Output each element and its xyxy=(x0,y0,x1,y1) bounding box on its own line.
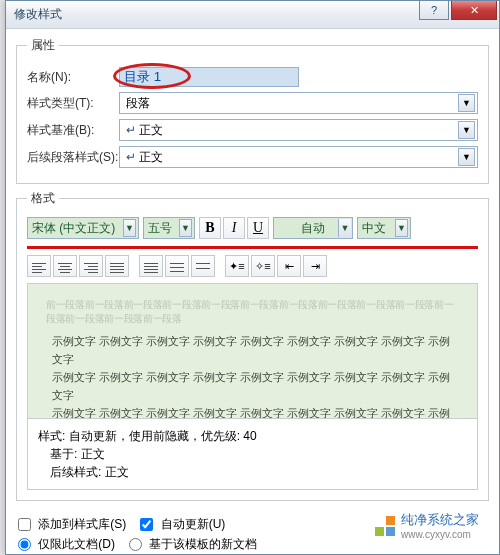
align-center-button[interactable] xyxy=(53,255,77,277)
line-spacing-2-button[interactable] xyxy=(191,255,215,277)
bold-button[interactable]: B xyxy=(199,217,221,239)
font-name-value: 宋体 (中文正文) xyxy=(32,220,115,237)
indent-inc-button[interactable]: ⇥ xyxy=(303,255,327,277)
style-type-dropdown[interactable]: 段落 ▼ xyxy=(119,92,478,114)
align-left-button[interactable] xyxy=(27,255,51,277)
font-color-value: 自动 xyxy=(301,220,325,237)
summary-line-1: 样式: 自动更新，使用前隐藏，优先级: 40 xyxy=(38,427,467,445)
spacing-med-icon xyxy=(170,261,184,271)
based-on-template-radio[interactable]: 基于该模板的新文档 xyxy=(129,536,257,553)
follow-style-value: 正文 xyxy=(139,150,163,164)
style-type-value: 段落 xyxy=(126,95,150,112)
name-label: 名称(N): xyxy=(27,69,119,86)
follow-label: 后续段落样式(S): xyxy=(27,149,119,166)
space-before-inc-button[interactable]: ✦≡ xyxy=(225,255,249,277)
align-right-button[interactable] xyxy=(79,255,103,277)
auto-update-checkbox[interactable]: 自动更新(U) xyxy=(140,516,225,533)
auto-update-input[interactable] xyxy=(140,518,153,531)
style-base-dropdown[interactable]: ↵ 正文 ▼ xyxy=(119,119,478,141)
font-color-dropdown[interactable]: 自动 ▼ xyxy=(273,217,353,239)
type-label: 样式类型(T): xyxy=(27,95,119,112)
only-this-doc-radio[interactable]: 仅限此文档(D) xyxy=(18,536,115,553)
add-to-library-input[interactable] xyxy=(18,518,31,531)
style-name-input[interactable] xyxy=(119,67,299,87)
align-center-icon xyxy=(58,261,72,271)
spacing-wide-icon xyxy=(196,261,210,271)
based-on-template-input[interactable] xyxy=(129,538,142,551)
chevron-down-icon: ▼ xyxy=(458,121,475,139)
close-button[interactable]: ✕ xyxy=(451,1,497,20)
properties-legend: 属性 xyxy=(27,37,59,54)
titlebar: 修改样式 ? ✕ xyxy=(6,1,499,29)
chevron-down-icon: ▼ xyxy=(458,94,475,112)
chevron-down-icon: ▼ xyxy=(179,219,192,237)
paragraph-mark-icon: ↵ xyxy=(126,150,136,164)
only-this-doc-input[interactable] xyxy=(18,538,31,551)
chevron-down-icon: ▼ xyxy=(123,219,136,237)
line-spacing-1-button[interactable] xyxy=(139,255,163,277)
font-name-dropdown[interactable]: 宋体 (中文正文) ▼ xyxy=(27,217,139,239)
follow-style-dropdown[interactable]: ↵ 正文 ▼ xyxy=(119,146,478,168)
align-right-icon xyxy=(84,261,98,271)
space-before-dec-button[interactable]: ✧≡ xyxy=(251,255,275,277)
preview-sample-text: 示例文字 示例文字 示例文字 示例文字 示例文字 示例文字 示例文字 示例文字 … xyxy=(46,326,459,419)
chevron-down-icon: ▼ xyxy=(458,148,475,166)
chevron-down-icon: ▼ xyxy=(338,219,351,237)
paragraph-mark-icon: ↵ xyxy=(126,123,136,137)
align-justify-icon xyxy=(110,261,124,271)
properties-group: 属性 名称(N): 样式类型(T): 段落 ▼ 样式基准(B): xyxy=(16,37,489,184)
add-to-library-checkbox[interactable]: 添加到样式库(S) xyxy=(18,516,126,533)
line-spacing-15-button[interactable] xyxy=(165,255,189,277)
window-title: 修改样式 xyxy=(14,6,419,23)
style-base-value: 正文 xyxy=(139,123,163,137)
preview-before-text: 前一段落前一段落前一段落前一段落前一段落前一段落前一段落前一段落前一段落前一段落… xyxy=(46,298,459,326)
format-legend: 格式 xyxy=(27,190,59,207)
base-label: 样式基准(B): xyxy=(27,122,119,139)
format-group: 格式 宋体 (中文正文) ▼ 五号 ▼ B I U 自动 ▼ xyxy=(16,190,489,501)
font-size-value: 五号 xyxy=(148,220,172,237)
summary-line-3: 后续样式: 正文 xyxy=(38,463,467,481)
font-size-dropdown[interactable]: 五号 ▼ xyxy=(143,217,195,239)
help-button[interactable]: ? xyxy=(419,1,449,20)
style-summary: 样式: 自动更新，使用前隐藏，优先级: 40 基于: 正文 后续样式: 正文 xyxy=(27,419,478,490)
underline-button[interactable]: U xyxy=(247,217,269,239)
italic-button[interactable]: I xyxy=(223,217,245,239)
lang-value: 中文 xyxy=(362,220,386,237)
indent-dec-button[interactable]: ⇤ xyxy=(277,255,301,277)
lang-dropdown[interactable]: 中文 ▼ xyxy=(357,217,411,239)
annotation-underline xyxy=(27,246,478,249)
chevron-down-icon: ▼ xyxy=(395,219,408,237)
align-justify-button[interactable] xyxy=(105,255,129,277)
summary-line-2: 基于: 正文 xyxy=(38,445,467,463)
spacing-tight-icon xyxy=(144,261,158,271)
align-left-icon xyxy=(32,261,46,271)
style-preview: 前一段落前一段落前一段落前一段落前一段落前一段落前一段落前一段落前一段落前一段落… xyxy=(27,283,478,419)
